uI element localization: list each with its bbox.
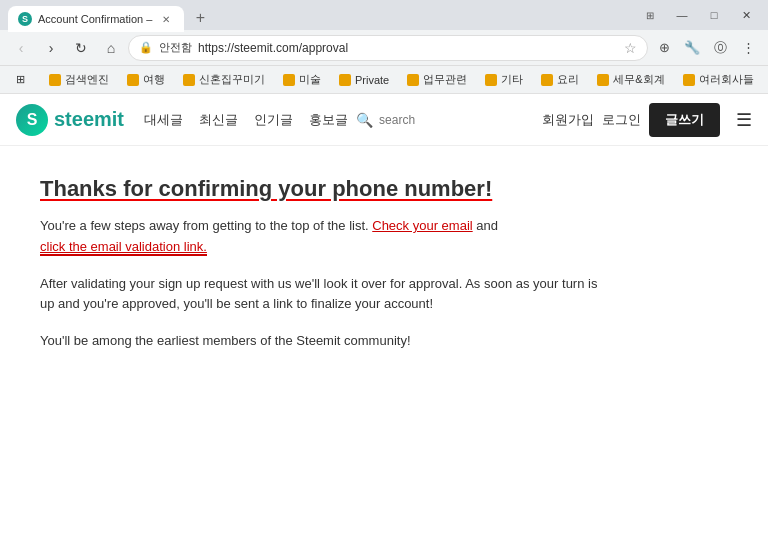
refresh-button[interactable]: ↻ (68, 35, 94, 61)
address-bar-input[interactable]: 🔒 안전함 https://steemit.com/approval ☆ (128, 35, 648, 61)
traffic-icon: ⊞ (636, 4, 664, 26)
bookmark-item-6[interactable]: 업무관련 (399, 69, 475, 91)
extension-icon-2[interactable]: 🔧 (680, 36, 704, 60)
para1-before: You're a few steps away from getting to … (40, 218, 372, 233)
url-text: https://steemit.com/approval (198, 41, 618, 55)
tab-title: Account Confirmation – (38, 13, 152, 25)
nav-link-popular[interactable]: 인기글 (254, 111, 293, 129)
paragraph-3: You'll be among the earliest members of … (40, 331, 600, 352)
search-icon: 🔍 (356, 112, 373, 128)
bookmark-item-9[interactable]: 세무&회계 (589, 69, 672, 91)
lock-icon: 🔒 (139, 41, 153, 54)
new-tab-button[interactable]: + (188, 6, 212, 30)
folder-icon (597, 74, 609, 86)
nav-right: 회원가입 로그인 글쓰기 ☰ (542, 103, 752, 137)
back-button[interactable]: ‹ (8, 35, 34, 61)
forward-button[interactable]: › (38, 35, 64, 61)
close-button[interactable]: ✕ (732, 4, 760, 26)
nav-link-new[interactable]: 최신글 (199, 111, 238, 129)
logo-text: steemit (54, 108, 124, 131)
bookmark-item-8[interactable]: 요리 (533, 69, 587, 91)
titlebar: S Account Confirmation – ✕ + ⊞ — □ ✕ (0, 0, 768, 30)
logo-icon: S (16, 104, 48, 136)
tab-area: S Account Confirmation – ✕ + (8, 0, 632, 30)
folder-icon (127, 74, 139, 86)
steemit-logo[interactable]: S steemit (16, 104, 124, 136)
page-title: Thanks for confirming your phone number! (40, 176, 728, 202)
nav-link-hot[interactable]: 대세글 (144, 111, 183, 129)
steemit-navbar: S steemit 대세글 최신글 인기글 홍보글 🔍 회원가입 로그인 글쓰기… (0, 94, 768, 146)
folder-icon (183, 74, 195, 86)
nav-link-promo[interactable]: 홍보글 (309, 111, 348, 129)
folder-icon (683, 74, 695, 86)
menu-dots-button[interactable]: ⋮ (736, 36, 760, 60)
para1-middle: and (473, 218, 498, 233)
addressbar: ‹ › ↻ ⌂ 🔒 안전함 https://steemit.com/approv… (0, 30, 768, 66)
login-button[interactable]: 로그인 (602, 111, 641, 129)
hamburger-menu-icon[interactable]: ☰ (736, 109, 752, 131)
folder-icon (283, 74, 295, 86)
bookmark-item-4[interactable]: 미술 (275, 69, 329, 91)
bookmark-item-7[interactable]: 기타 (477, 69, 531, 91)
active-tab[interactable]: S Account Confirmation – ✕ (8, 6, 184, 32)
bookmark-item-3[interactable]: 신혼집꾸미기 (175, 69, 273, 91)
signup-button[interactable]: 회원가입 (542, 111, 594, 129)
search-input[interactable] (379, 113, 459, 127)
apps-bookmark[interactable]: ⊞ (8, 69, 33, 91)
folder-icon (485, 74, 497, 86)
folder-icon (49, 74, 61, 86)
tab-close-button[interactable]: ✕ (158, 11, 174, 27)
extension-icon-3[interactable]: ⓪ (708, 36, 732, 60)
folder-icon (541, 74, 553, 86)
secure-label: 안전함 (159, 40, 192, 55)
email-validation-link[interactable]: click the email validation link. (40, 239, 207, 256)
paragraph-1: You're a few steps away from getting to … (40, 216, 600, 258)
folder-icon (407, 74, 419, 86)
minimize-button[interactable]: — (668, 4, 696, 26)
search-area[interactable]: 🔍 (348, 108, 467, 132)
main-content: Thanks for confirming your phone number!… (0, 146, 768, 398)
bookmark-star-icon[interactable]: ☆ (624, 40, 637, 56)
bookmark-item-1[interactable]: 검색엔진 (41, 69, 117, 91)
address-bar-right-icons: ⊕ 🔧 ⓪ ⋮ (652, 36, 760, 60)
write-button[interactable]: 글쓰기 (649, 103, 720, 137)
bookmark-item-2[interactable]: 여행 (119, 69, 173, 91)
extension-icon-1[interactable]: ⊕ (652, 36, 676, 60)
folder-icon (339, 74, 351, 86)
maximize-button[interactable]: □ (700, 4, 728, 26)
bookmark-item-10[interactable]: 여러회사들 (675, 69, 762, 91)
window-controls: ⊞ — □ ✕ (636, 4, 760, 26)
bookmarks-bar: ⊞ 검색엔진 여행 신혼집꾸미기 미술 Private 업무관련 기타 요리 세… (0, 66, 768, 94)
check-email-link[interactable]: Check your email (372, 218, 472, 233)
bookmark-item-11[interactable]: 게임 (764, 69, 768, 91)
bookmark-item-5[interactable]: Private (331, 69, 397, 91)
home-button[interactable]: ⌂ (98, 35, 124, 61)
paragraph-2: After validating your sign up request wi… (40, 274, 600, 316)
tab-favicon: S (18, 12, 32, 26)
nav-links: 대세글 최신글 인기글 홍보글 (144, 111, 348, 129)
